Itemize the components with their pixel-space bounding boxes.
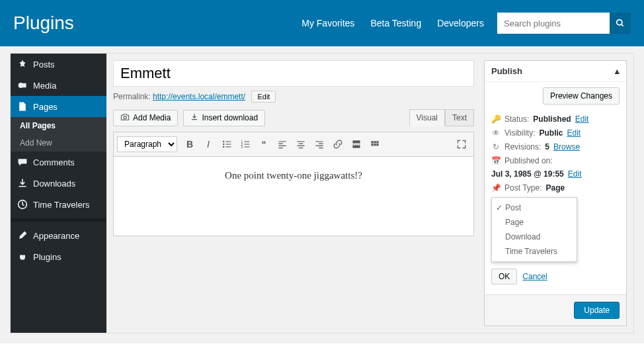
insert-download-button[interactable]: Insert download bbox=[183, 110, 265, 126]
svg-rect-18 bbox=[376, 144, 378, 146]
submenu-add-new[interactable]: Add New bbox=[11, 134, 106, 152]
sidebar-label: Pages bbox=[33, 102, 58, 112]
key-icon: 🔑 bbox=[491, 114, 501, 124]
editor-column: Permalink: http://events.local/emmett/ E… bbox=[113, 60, 474, 326]
sidebar-label: Posts bbox=[33, 60, 55, 69]
search-form bbox=[497, 13, 631, 34]
bold-button[interactable]: B bbox=[181, 136, 198, 153]
sidebar-item-plugins[interactable]: Plugins bbox=[11, 246, 106, 267]
svg-point-5 bbox=[223, 141, 224, 142]
add-media-button[interactable]: Add Media bbox=[113, 110, 178, 126]
update-button[interactable]: Update bbox=[574, 302, 620, 319]
plugin-listing: P T S Post Type Switcher By Triple J Sof… bbox=[0, 343, 644, 348]
sidebar-label: Downloads bbox=[33, 179, 75, 189]
revisions-browse-link[interactable]: Browse bbox=[553, 142, 580, 152]
preview-changes-button[interactable]: Preview Changes bbox=[543, 87, 620, 105]
tab-visual[interactable]: Visual bbox=[409, 109, 445, 126]
revisions-icon: ↻ bbox=[491, 142, 501, 152]
status-edit-link[interactable]: Edit bbox=[575, 114, 589, 124]
publish-body: Preview Changes 🔑 Status: Published Edit… bbox=[485, 82, 626, 294]
posttype-options: Post Page Download Time Travelers bbox=[491, 197, 577, 262]
wp-admin-preview: Posts Media Pages All Pages Add New Comm… bbox=[10, 53, 634, 333]
search-button[interactable] bbox=[610, 13, 631, 34]
pt-option-download[interactable]: Download bbox=[492, 230, 577, 244]
sidebar-item-pages[interactable]: Pages bbox=[11, 96, 106, 117]
permalink-row: Permalink: http://events.local/emmett/ E… bbox=[113, 91, 474, 103]
published-row: 📅 Published on: Jul 3, 1985 @ 19:55 Edit bbox=[491, 156, 620, 179]
sidebar-item-time-travelers[interactable]: Time Travelers bbox=[11, 194, 106, 215]
pt-option-time-travelers[interactable]: Time Travelers bbox=[492, 244, 577, 259]
sidebar-item-comments[interactable]: Comments bbox=[11, 152, 106, 173]
posttype-row: 📌 Post Type: Page bbox=[491, 183, 620, 193]
camera-icon bbox=[120, 113, 130, 123]
align-right-button[interactable] bbox=[311, 136, 328, 153]
align-center-button[interactable] bbox=[292, 136, 309, 153]
visibility-row: 👁 Visibility: Public Edit bbox=[491, 128, 620, 138]
published-edit-link[interactable]: Edit bbox=[568, 169, 582, 179]
plugins-header: Plugins My Favorites Beta Testing Develo… bbox=[0, 0, 644, 46]
status-row: 🔑 Status: Published Edit bbox=[491, 114, 620, 124]
clock-icon bbox=[17, 199, 28, 210]
link-button[interactable] bbox=[329, 136, 346, 153]
revisions-row: ↻ Revisions: 5 Browse bbox=[491, 142, 620, 152]
plug-icon bbox=[17, 251, 28, 262]
visibility-edit-link[interactable]: Edit bbox=[567, 128, 581, 138]
eye-icon: 👁 bbox=[491, 128, 501, 138]
tab-text[interactable]: Text bbox=[445, 109, 474, 126]
svg-rect-15 bbox=[376, 141, 378, 143]
svg-rect-13 bbox=[371, 141, 373, 143]
bullet-list-button[interactable] bbox=[218, 136, 235, 153]
align-left-button[interactable] bbox=[274, 136, 291, 153]
update-row: Update bbox=[485, 294, 626, 326]
header-nav: My Favorites Beta Testing Developers bbox=[302, 18, 484, 28]
download-icon bbox=[17, 178, 28, 189]
editor-content[interactable]: One point twenty-one jiggawatts!? bbox=[113, 157, 474, 236]
posttype-controls: OK Cancel bbox=[491, 269, 547, 284]
media-row: Add Media Insert download Visual Text bbox=[113, 109, 474, 126]
permalink-label: Permalink: bbox=[113, 92, 151, 101]
posttype-dropdown-row: Post Page Download Time Travelers OK Can… bbox=[491, 197, 620, 284]
posttype-cancel-link[interactable]: Cancel bbox=[522, 272, 547, 281]
pt-option-post[interactable]: Post bbox=[492, 200, 577, 215]
svg-point-7 bbox=[223, 146, 224, 148]
sidebar-label: Media bbox=[33, 81, 56, 91]
svg-point-6 bbox=[223, 144, 224, 145]
editor-toolbar: Paragraph B I 123 “ bbox=[113, 132, 474, 157]
sidebar-item-posts[interactable]: Posts bbox=[11, 54, 106, 75]
svg-point-4 bbox=[124, 116, 126, 118]
publish-header[interactable]: Publish ▴ bbox=[485, 61, 626, 82]
italic-button[interactable]: I bbox=[200, 136, 217, 153]
sidebar-label: Plugins bbox=[33, 252, 61, 262]
posttype-dropdown[interactable]: Post Page Download Time Travelers bbox=[491, 197, 577, 262]
readmore-button[interactable] bbox=[348, 136, 365, 153]
sidebar-item-media[interactable]: Media bbox=[11, 75, 106, 96]
brush-icon bbox=[17, 230, 28, 241]
sidebar-item-downloads[interactable]: Downloads bbox=[11, 173, 106, 194]
permalink-edit-button[interactable]: Edit bbox=[251, 91, 276, 103]
format-select[interactable]: Paragraph bbox=[117, 136, 177, 152]
quote-button[interactable]: “ bbox=[255, 136, 272, 153]
nav-beta[interactable]: Beta Testing bbox=[370, 18, 421, 28]
nav-favorites[interactable]: My Favorites bbox=[302, 18, 354, 28]
post-title-input[interactable] bbox=[113, 60, 474, 87]
pin-icon bbox=[17, 59, 28, 69]
editor-tabs: Visual Text bbox=[409, 109, 474, 126]
publish-column: Publish ▴ Preview Changes 🔑 Status: Publ… bbox=[484, 60, 627, 326]
search-input[interactable] bbox=[497, 13, 610, 34]
plugin-screenshot: Posts Media Pages All Pages Add New Comm… bbox=[0, 46, 644, 343]
fullscreen-button[interactable] bbox=[453, 136, 470, 153]
svg-point-0 bbox=[617, 20, 622, 25]
toolbar-toggle-button[interactable] bbox=[366, 136, 383, 153]
sidebar-label: Comments bbox=[33, 157, 75, 167]
calendar-icon: 📅 bbox=[491, 156, 501, 165]
svg-line-1 bbox=[622, 24, 624, 26]
posttype-ok-button[interactable]: OK bbox=[491, 269, 517, 284]
permalink-url[interactable]: http://events.local/emmett/ bbox=[153, 92, 245, 101]
sidebar-label: Appearance bbox=[33, 231, 79, 241]
media-icon bbox=[17, 80, 28, 91]
pt-option-page[interactable]: Page bbox=[492, 215, 577, 230]
sidebar-item-appearance[interactable]: Appearance bbox=[11, 225, 106, 246]
nav-developers[interactable]: Developers bbox=[437, 18, 484, 28]
number-list-button[interactable]: 123 bbox=[237, 136, 254, 153]
submenu-all-pages[interactable]: All Pages bbox=[11, 117, 106, 134]
